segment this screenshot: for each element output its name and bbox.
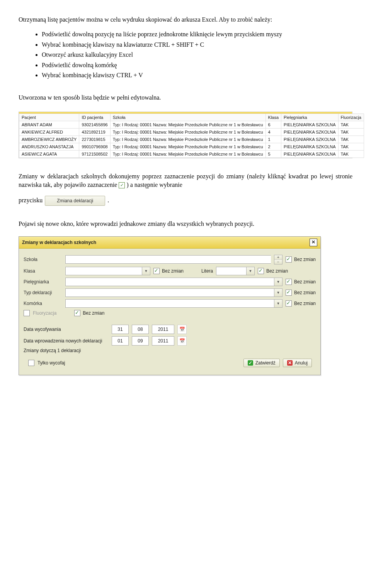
bezzmian-checkbox[interactable] bbox=[286, 300, 292, 307]
new-window-paragraph: Pojawi się nowe okno, które wprowadzi je… bbox=[19, 220, 352, 228]
table-row: ANDRUSZKO ANASTAZJA99010796908Typ: I Rod… bbox=[19, 143, 364, 150]
label-klasa: Klasa bbox=[24, 268, 62, 274]
date-day-input[interactable]: 31 bbox=[112, 325, 129, 334]
calendar-icon[interactable]: 📅 bbox=[177, 336, 187, 346]
chevron-down-icon[interactable]: ▼ bbox=[142, 267, 150, 275]
chevron-down-icon[interactable]: ▼ bbox=[274, 299, 283, 308]
bezzmian-label: Bez zmian bbox=[162, 268, 184, 274]
col-pacjent: Pacjent bbox=[19, 114, 79, 121]
date-year-input[interactable]: 2011 bbox=[152, 336, 174, 346]
bezzmian-label: Bez zmian bbox=[266, 268, 288, 274]
dialog-title: Zmiany w deklaracjach szkolnych bbox=[22, 240, 96, 245]
label-data-wycof: Data wycofywania bbox=[24, 327, 109, 332]
close-icon: ✕ bbox=[287, 360, 293, 366]
table-row: ABRANT ADAM93021455896Typ: I Rodzaj: 000… bbox=[19, 121, 364, 128]
calendar-icon[interactable]: 📅 bbox=[177, 325, 187, 334]
label-szkola: Szkoła bbox=[24, 257, 62, 262]
col-klasa: Klasa bbox=[265, 114, 281, 121]
col-szkola: Szkoła bbox=[110, 114, 265, 121]
bezzmian-label: Bez zmian bbox=[83, 310, 104, 316]
list-item: Wybrać kombinację klawiszy CTRL + V bbox=[42, 71, 352, 80]
chevron-down-icon[interactable]: ▼ bbox=[246, 267, 255, 275]
bezzmian-checkbox[interactable] bbox=[286, 279, 292, 285]
dialog-titlebar: Zmiany w deklaracjach szkolnych ✕ bbox=[19, 237, 320, 249]
checkbox-checked-icon bbox=[119, 182, 125, 188]
tylko-wycofaj-checkbox[interactable] bbox=[28, 360, 34, 366]
chevron-down-icon[interactable]: ▼ bbox=[274, 288, 283, 297]
bezzmian-checkbox[interactable] bbox=[153, 268, 160, 274]
table-row: ASIEWICZ AGATA97121508502Typ: I Rodzaj: … bbox=[19, 150, 364, 158]
bezzmian-checkbox[interactable] bbox=[74, 310, 80, 316]
label-litera: Litera bbox=[201, 268, 213, 274]
changes-paragraph: Zmiany w deklaracjach szkolnych dokonuje… bbox=[19, 172, 352, 190]
plus-icon[interactable]: + bbox=[274, 255, 282, 260]
zmiany-dotycza-label: Zmiany dotyczą 1 deklaracji bbox=[24, 348, 81, 353]
table-row: ANKIEWICZ ALFRED4321892119Typ: I Rodzaj:… bbox=[19, 128, 364, 136]
result-paragraph: Utworzona w ten sposób lista będzie w pe… bbox=[19, 93, 352, 102]
close-icon[interactable]: ✕ bbox=[310, 239, 317, 246]
list-item: Podświetlić dowolną pozycję na liście po… bbox=[42, 30, 352, 39]
szkola-input[interactable] bbox=[65, 255, 271, 264]
minus-icon[interactable]: − bbox=[274, 260, 282, 264]
zmiana-deklaracji-button[interactable]: Zmiana deklaracji bbox=[45, 196, 105, 206]
bezzmian-label: Bez zmian bbox=[294, 301, 316, 306]
list-item: Wybrać kombinację klawiszy na klawiaturz… bbox=[42, 41, 352, 49]
label-pieleg: Pielęgniarka bbox=[24, 279, 62, 285]
steps-list: Podświetlić dowolną pozycję na liście po… bbox=[19, 30, 352, 80]
fluor-checkbox[interactable] bbox=[24, 310, 30, 316]
patients-table: Pacjent ID pacjenta Szkoła Klasa Pielęgn… bbox=[19, 112, 352, 158]
litera-input[interactable] bbox=[216, 267, 246, 275]
bezzmian-checkbox[interactable] bbox=[258, 268, 264, 274]
list-item: Podświetlić dowolną komórkę bbox=[42, 61, 352, 69]
komorka-input[interactable] bbox=[65, 299, 274, 308]
chevron-down-icon[interactable]: ▼ bbox=[274, 278, 283, 286]
date-year-input[interactable]: 2011 bbox=[152, 325, 174, 334]
bezzmian-checkbox[interactable] bbox=[286, 256, 292, 263]
bezzmian-checkbox[interactable] bbox=[286, 290, 292, 296]
zatwierdz-button[interactable]: ✓ Zatwierdź bbox=[243, 359, 280, 367]
table-row: AMBROZIEWICZ AMBROŻY2273019815Typ: I Rod… bbox=[19, 136, 364, 143]
anuluj-button[interactable]: ✕ Anuluj bbox=[283, 359, 312, 367]
text: Zmiany w deklaracjach szkolnych dokonuje… bbox=[19, 173, 352, 188]
label-data-wprow: Data wprowadzenia nowych deklaracji bbox=[24, 338, 109, 344]
klasa-input[interactable] bbox=[65, 267, 142, 275]
table-header-row: Pacjent ID pacjenta Szkoła Klasa Pielęgn… bbox=[19, 114, 364, 121]
label-fluor: Fluoryzacja bbox=[33, 310, 56, 316]
intro-paragraph: Otrzymaną listę pacjentów można w celu w… bbox=[19, 15, 352, 24]
date-month-input[interactable]: 09 bbox=[132, 336, 149, 346]
bezzmian-label: Bez zmian bbox=[294, 290, 316, 295]
date-day-input[interactable]: 01 bbox=[112, 336, 129, 346]
anuluj-label: Anuluj bbox=[295, 360, 308, 366]
list-item: Otworzyć arkusz kalkulacyjny Excel bbox=[42, 51, 352, 59]
date-month-input[interactable]: 08 bbox=[132, 325, 149, 334]
typ-input[interactable] bbox=[65, 288, 274, 297]
check-icon: ✓ bbox=[248, 360, 253, 366]
changes-dialog: Zmiany w deklaracjach szkolnych ✕ Szkoła… bbox=[19, 236, 321, 375]
label-typ: Typ deklaracji bbox=[24, 290, 62, 295]
col-fluor: Fluorizacja bbox=[338, 114, 364, 121]
col-id: ID pacjenta bbox=[79, 114, 110, 121]
add-remove-stepper[interactable]: + − bbox=[274, 255, 283, 264]
col-pieleg: Pielęgniarka bbox=[281, 114, 339, 121]
tylko-wycofaj-label: Tylko wycofaj bbox=[37, 360, 65, 366]
text: przycisku bbox=[19, 197, 44, 203]
bezzmian-label: Bez zmian bbox=[294, 279, 316, 285]
label-komorka: Komórka bbox=[24, 301, 62, 306]
text: ) a następnie wybranie bbox=[126, 181, 182, 188]
zatwierdz-label: Zatwierdź bbox=[255, 360, 276, 366]
bezzmian-label: Bez zmian bbox=[294, 257, 316, 262]
pieleg-input[interactable] bbox=[65, 278, 274, 286]
text: . bbox=[107, 197, 109, 203]
changes-paragraph-2: przycisku Zmiana deklaracji . bbox=[19, 196, 352, 206]
